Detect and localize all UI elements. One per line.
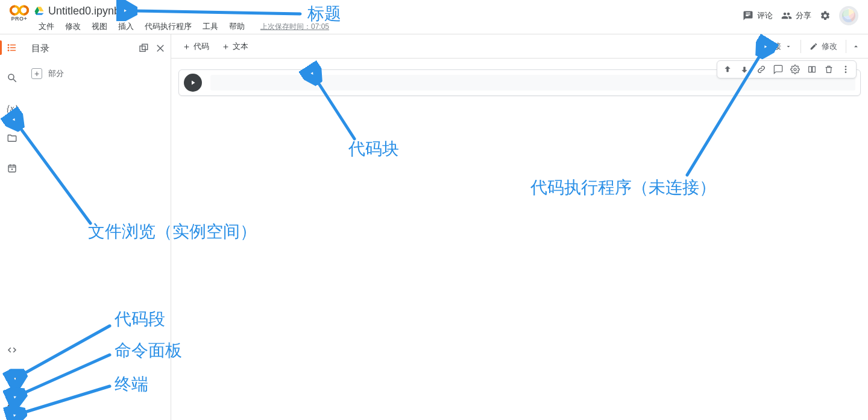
toc-sidebar: 目录 + 部分 [24, 34, 171, 420]
command-palette-icon [7, 374, 17, 384]
svg-point-11 [11, 169, 13, 170]
cell-delete-button[interactable] [821, 62, 837, 77]
header: PRO+ Untitled0.ipynb 文件 修改 视图 插入 代码执行程序 … [0, 0, 868, 34]
cell-move-up-button[interactable] [720, 62, 735, 77]
folder-icon [7, 133, 17, 144]
plus-icon: ＋ [182, 42, 191, 51]
toc-body: + 部分 [24, 62, 171, 85]
cell-more-button[interactable] [838, 62, 854, 77]
menu-help[interactable]: 帮助 [224, 20, 250, 33]
chevron-up-icon [852, 42, 860, 51]
cell-comment-button[interactable] [770, 62, 786, 77]
settings-button[interactable] [820, 10, 831, 21]
toc-header: 目录 [24, 34, 171, 62]
add-code-button[interactable]: ＋ 代码 [176, 39, 215, 54]
rail-toc-button[interactable] [0, 39, 24, 56]
toc-header-icons [138, 43, 166, 54]
run-cell-button[interactable] [184, 74, 202, 92]
left-rail: {x} [0, 34, 24, 420]
plus-box-icon: + [31, 68, 42, 79]
header-right: 评论 分享 [743, 6, 858, 25]
add-text-button[interactable]: ＋ 文本 [215, 39, 254, 54]
svg-rect-23 [813, 66, 816, 72]
toc-title: 目录 [31, 43, 138, 54]
avatar[interactable] [839, 6, 858, 25]
comment-button[interactable]: 评论 [743, 10, 773, 21]
share-icon [781, 10, 792, 21]
menu-insert[interactable]: 插入 [113, 20, 139, 33]
toc-add-section[interactable]: + 部分 [31, 68, 163, 79]
notebook-toolbar: ＋ 代码 ＋ 文本 连接 修改 [171, 34, 868, 59]
svg-point-25 [845, 69, 846, 70]
rail-bottom [0, 342, 24, 420]
arrow-up-icon [723, 65, 732, 74]
search-icon [7, 72, 17, 83]
svg-rect-15 [8, 405, 16, 412]
header-center: Untitled0.ipynb 文件 修改 视图 插入 代码执行程序 工具 帮助… [34, 2, 743, 34]
svg-point-21 [794, 68, 796, 71]
more-vert-icon [841, 65, 851, 74]
document-title[interactable]: Untitled0.ipynb [48, 5, 120, 18]
menu-view[interactable]: 视图 [87, 20, 112, 33]
svg-point-3 [8, 47, 9, 48]
svg-point-26 [845, 72, 846, 73]
close-icon[interactable] [155, 43, 166, 54]
svg-rect-17 [140, 46, 145, 51]
cell-link-button[interactable] [753, 62, 769, 77]
play-icon [189, 79, 197, 86]
collapse-toolbar-button[interactable] [849, 39, 863, 54]
caret-down-icon [785, 43, 792, 50]
add-text-label: 文本 [233, 41, 248, 52]
rail-variables-button[interactable]: {x} [0, 100, 24, 116]
cell-settings-button[interactable] [787, 62, 803, 77]
comment-icon [773, 65, 783, 74]
trash-icon [824, 65, 834, 74]
menu-edit[interactable]: 修改 [60, 20, 86, 33]
toolbar-separator [846, 40, 846, 53]
last-save-time[interactable]: 上次保存时间：07:05 [256, 21, 334, 33]
rail-snippets-button[interactable] [0, 342, 24, 358]
title-row: Untitled0.ipynb [34, 2, 743, 19]
colab-logo-icon [8, 4, 30, 17]
edit-button[interactable]: 修改 [804, 39, 843, 54]
rail-search-button[interactable] [0, 69, 24, 86]
plus-icon: ＋ [221, 42, 230, 51]
notebook-area [171, 59, 868, 420]
connect-dropdown[interactable]: 连接 [760, 39, 798, 54]
menu-bar: 文件 修改 视图 插入 代码执行程序 工具 帮助 上次保存时间：07:05 [34, 19, 743, 34]
body: {x} 目录 [0, 34, 868, 420]
svg-rect-22 [809, 66, 812, 72]
comment-label: 评论 [757, 10, 773, 21]
rail-command-palette-button[interactable] [0, 371, 24, 387]
rail-top: {x} [0, 39, 24, 177]
svg-point-2 [8, 44, 9, 45]
comment-icon [743, 10, 753, 21]
rail-scheduler-button[interactable] [0, 160, 24, 177]
rail-terminal-button[interactable] [0, 399, 24, 416]
mirror-icon [807, 65, 817, 74]
svg-point-5 [8, 74, 14, 80]
terminal-icon [7, 402, 17, 413]
list-icon [7, 42, 17, 53]
arrow-down-icon [740, 65, 749, 74]
menu-runtime[interactable]: 代码执行程序 [140, 20, 197, 33]
toc-add-section-label: 部分 [48, 68, 64, 79]
code-cell[interactable] [178, 69, 861, 96]
share-label: 分享 [796, 10, 811, 21]
code-icon [7, 345, 17, 355]
connect-label: 连接 [766, 41, 781, 52]
cell-move-down-button[interactable] [737, 62, 752, 77]
gear-icon [820, 10, 831, 21]
cell-mirror-button[interactable] [804, 62, 820, 77]
share-button[interactable]: 分享 [781, 10, 811, 21]
gear-icon [790, 65, 800, 74]
svg-rect-12 [8, 377, 16, 382]
colab-logo[interactable]: PRO+ [5, 4, 34, 22]
popout-icon[interactable] [138, 43, 149, 54]
pro-tag: PRO+ [11, 16, 28, 22]
google-drive-icon [34, 5, 45, 16]
menu-tools[interactable]: 工具 [198, 20, 223, 33]
menu-file[interactable]: 文件 [34, 20, 59, 33]
rail-files-button[interactable] [0, 130, 24, 147]
svg-point-4 [8, 49, 9, 51]
